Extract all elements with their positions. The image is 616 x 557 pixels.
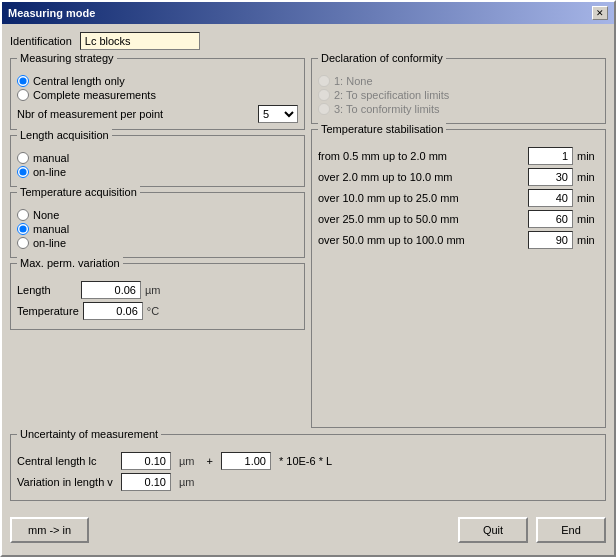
length-acquisition-title: Length acquisition [17,129,112,141]
formula-suffix: * 10E-6 * L [279,455,332,467]
uncertainty-variation-input[interactable] [121,473,171,491]
mm-in-button[interactable]: mm -> in [10,517,89,543]
uncertainty-central-row: Central length lc µm + * 10E-6 * L [17,452,599,470]
conformity-label-2: 3: To conformity limits [334,103,440,115]
temp-stab-unit-4: min [577,234,599,246]
uncertainty-central-input[interactable] [121,452,171,470]
temperature-acquisition-group: Temperature acquisition None manual on-l… [10,192,305,258]
temp-acq-label-0: None [33,209,59,221]
length-acq-option-0: manual [17,152,298,164]
temp-acq-option-2: on-line [17,237,298,249]
temp-stab-input-4[interactable] [528,231,573,249]
close-button[interactable]: ✕ [592,6,608,20]
identification-label: Identification [10,35,72,47]
max-perm-length-row: Length µm [17,281,298,299]
max-perm-variation-title: Max. perm. variation [17,257,123,269]
max-perm-temperature-input[interactable] [83,302,143,320]
right-column: Declaration of conformity 1: None 2: To … [311,58,606,428]
temp-stab-label-2: over 10.0 mm up to 25.0 mm [318,192,524,204]
measuring-strategy-radio-0[interactable] [17,75,29,87]
measuring-strategy-option-1: Complete measurements [17,89,298,101]
conformity-radio-0 [318,75,330,87]
main-grid: Measuring strategy Central length only C… [10,58,606,428]
max-perm-length-input[interactable] [81,281,141,299]
uncertainty-central-unit: µm [179,455,195,467]
nbr-measurement-select[interactable]: 5 1 2 3 4 6 7 [258,105,298,123]
left-column: Measuring strategy Central length only C… [10,58,305,428]
uncertainty-variation-label: Variation in length v [17,476,117,488]
conformity-option-2: 3: To conformity limits [318,103,599,115]
temp-stab-row-3: over 25.0 mm up to 50.0 mm min [318,210,599,228]
conformity-radio-1 [318,89,330,101]
uncertainty-measurement-title: Uncertainty of measurement [17,428,161,440]
temp-stab-label-3: over 25.0 mm up to 50.0 mm [318,213,524,225]
temp-acq-option-1: manual [17,223,298,235]
temp-stab-unit-2: min [577,192,599,204]
conformity-option-1: 2: To specification limits [318,89,599,101]
temp-acq-radio-0[interactable] [17,209,29,221]
conformity-radio-2 [318,103,330,115]
max-perm-temperature-unit: °C [147,305,159,317]
temp-acq-radio-2[interactable] [17,237,29,249]
temp-stab-input-1[interactable] [528,168,573,186]
length-acq-radio-1[interactable] [17,166,29,178]
title-bar-controls: ✕ [592,6,608,20]
length-acquisition-group: Length acquisition manual on-line [10,135,305,187]
temp-stab-label-1: over 2.0 mm up to 10.0 mm [318,171,524,183]
temp-stab-unit-3: min [577,213,599,225]
window-title: Measuring mode [8,7,95,19]
nbr-measurement-label: Nbr of measurement per point [17,108,252,120]
plus-sign: + [207,455,213,467]
length-acq-label-1: on-line [33,166,66,178]
conformity-label-0: 1: None [334,75,373,87]
max-perm-length-unit: µm [145,284,161,296]
temp-stab-input-3[interactable] [528,210,573,228]
length-acq-radio-0[interactable] [17,152,29,164]
temp-stab-label-0: from 0.5 mm up to 2.0 mm [318,150,524,162]
temp-acq-label-1: manual [33,223,69,235]
uncertainty-measurement-group: Uncertainty of measurement Central lengt… [10,434,606,501]
temp-acq-radio-1[interactable] [17,223,29,235]
temp-acq-option-0: None [17,209,298,221]
identification-input[interactable] [80,32,200,50]
measuring-strategy-group: Measuring strategy Central length only C… [10,58,305,130]
measuring-strategy-option-0: Central length only [17,75,298,87]
temp-stab-row-2: over 10.0 mm up to 25.0 mm min [318,189,599,207]
measuring-strategy-label-1: Complete measurements [33,89,156,101]
max-perm-length-label: Length [17,284,77,296]
uncertainty-variation-unit: µm [179,476,195,488]
temp-stab-input-0[interactable] [528,147,573,165]
measuring-strategy-label-0: Central length only [33,75,125,87]
uncertainty-formula-input[interactable] [221,452,271,470]
conformity-label-1: 2: To specification limits [334,89,449,101]
button-bar: mm -> in Quit End [10,513,606,547]
declaration-conformity-group: Declaration of conformity 1: None 2: To … [311,58,606,124]
quit-button[interactable]: Quit [458,517,528,543]
conformity-option-0: 1: None [318,75,599,87]
temp-stab-input-2[interactable] [528,189,573,207]
temp-stab-row-1: over 2.0 mm up to 10.0 mm min [318,168,599,186]
temp-stab-row-0: from 0.5 mm up to 2.0 mm min [318,147,599,165]
temp-stab-label-4: over 50.0 mm up to 100.0 mm [318,234,524,246]
nbr-measurement-row: Nbr of measurement per point 5 1 2 3 4 6… [17,105,298,123]
measuring-strategy-title: Measuring strategy [17,52,117,64]
length-acq-label-0: manual [33,152,69,164]
end-button[interactable]: End [536,517,606,543]
main-content: Identification Measuring strategy Centra… [2,24,614,555]
measuring-mode-window: Measuring mode ✕ Identification Measurin… [0,0,616,557]
max-perm-temperature-row: Temperature °C [17,302,298,320]
temperature-stabilisation-group: Temperature stabilisation from 0.5 mm up… [311,129,606,428]
length-acq-option-1: on-line [17,166,298,178]
max-perm-temperature-label: Temperature [17,305,79,317]
temperature-acquisition-title: Temperature acquisition [17,186,140,198]
max-perm-variation-group: Max. perm. variation Length µm Temperatu… [10,263,305,330]
title-bar: Measuring mode ✕ [2,2,614,24]
temp-stab-unit-1: min [577,171,599,183]
temperature-stabilisation-title: Temperature stabilisation [318,123,446,135]
measuring-strategy-radio-1[interactable] [17,89,29,101]
identification-row: Identification [10,32,606,50]
uncertainty-variation-row: Variation in length v µm [17,473,599,491]
temp-acq-label-2: on-line [33,237,66,249]
right-buttons: Quit End [458,517,606,543]
declaration-conformity-title: Declaration of conformity [318,52,446,64]
